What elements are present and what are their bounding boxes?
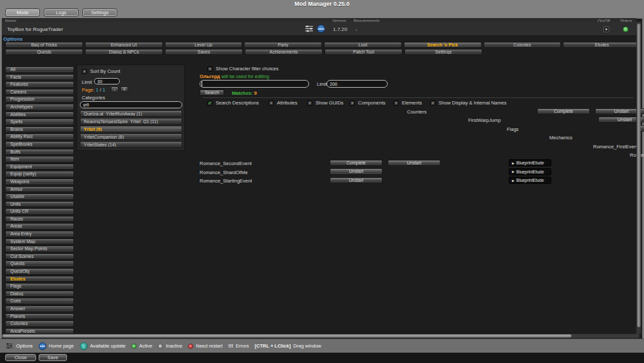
etude-row: FirstWarpJump Unstart ▶ BlueprintEtude <box>468 115 644 124</box>
category-item[interactable]: Quetza-al_YrlietRunAway (1) <box>80 110 182 117</box>
options-tab[interactable]: Party <box>244 42 322 48</box>
sidebar-item[interactable]: Planets <box>5 313 74 320</box>
etude-action-button[interactable]: Unstart <box>388 160 440 166</box>
options-tab[interactable]: Enhanced UI <box>85 42 163 48</box>
sidebar-item[interactable]: Buffs <box>5 149 74 155</box>
mod-version: 1.7.20 <box>333 26 347 32</box>
sidebar-item[interactable]: Progression <box>5 96 74 103</box>
sidebar-item[interactable]: Units CR <box>5 208 74 215</box>
sidebar-item[interactable]: Weapons <box>5 179 74 185</box>
horizontal-scrollbar-thumb[interactable] <box>2 334 572 338</box>
sidebar-item[interactable]: Answer <box>5 306 74 312</box>
horizontal-scrollbar[interactable] <box>2 334 639 338</box>
sidebar-item[interactable]: Colonies <box>5 320 74 327</box>
editing-character-note: Ольгерд will be used for editing <box>200 74 269 79</box>
sort-by-count-toggle[interactable]: Sort By Count <box>82 68 120 74</box>
sidebar-item[interactable]: Areas <box>5 223 74 230</box>
search-limit-input[interactable] <box>327 80 388 88</box>
toggle-label: Search Descriptions <box>216 100 259 106</box>
options-tab[interactable]: Loot <box>324 42 402 48</box>
options-tab[interactable]: Quests <box>5 49 83 55</box>
mod-onoff-checkbox[interactable] <box>603 26 609 32</box>
settings-sliders-icon[interactable] <box>305 25 314 33</box>
save-button[interactable]: Save <box>39 354 67 361</box>
vertical-scrollbar[interactable] <box>636 22 641 334</box>
sidebar-item[interactable]: Item <box>5 156 74 162</box>
search-button[interactable]: Search <box>200 90 224 95</box>
category-item[interactable]: YrlietStates (14) <box>80 141 182 148</box>
sidebar-item[interactable]: Ability Rsrc <box>5 133 74 140</box>
sidebar-item[interactable]: Races <box>5 216 74 222</box>
blueprint-etude-link[interactable]: ▶ BlueprintEtude <box>509 177 551 184</box>
expand-arrow-icon: ▶ <box>512 170 515 173</box>
search-option-toggle[interactable]: Attributes <box>269 100 298 106</box>
options-tab[interactable]: Settings <box>404 49 482 55</box>
etude-results-list: Counters Complete Unstart ▶ BlueprintEtu… <box>200 107 560 185</box>
homepage-globe-icon[interactable]: www <box>317 25 325 33</box>
sidebar-item[interactable]: Spells <box>5 119 74 125</box>
top-tab[interactable]: Mods <box>5 8 40 17</box>
page-indicator: Page: 1 / 1 <box>82 87 105 93</box>
etude-action-button[interactable]: Complete <box>537 108 590 115</box>
sidebar-item[interactable]: Armor <box>5 186 74 193</box>
blueprint-etude-link[interactable]: ▶ BlueprintEtude <box>509 159 551 166</box>
sidebar-item[interactable]: Units <box>5 201 74 208</box>
options-tab[interactable]: Saves <box>165 49 243 55</box>
page-next-button[interactable]: + <box>120 86 128 92</box>
options-tab[interactable]: Colonies <box>484 42 562 48</box>
sidebar-item[interactable]: System Map <box>5 239 74 245</box>
etude-action-button[interactable]: Unstart <box>330 177 383 184</box>
sidebar-item[interactable]: Equip (rarity) <box>5 171 74 177</box>
etude-action-button[interactable]: Complete <box>330 160 383 166</box>
sidebar-item[interactable]: Facts <box>5 74 74 81</box>
close-button[interactable]: Close <box>5 354 36 361</box>
page-prev-button[interactable]: - <box>111 86 118 92</box>
sidebar-item[interactable]: Brains <box>5 126 74 133</box>
sidebar-item[interactable]: Cues <box>5 298 74 304</box>
vertical-scrollbar-thumb[interactable] <box>637 23 641 328</box>
search-option-toggle[interactable]: Show GUIDs <box>307 100 343 106</box>
checkbox-icon <box>207 66 213 72</box>
etude-action-button[interactable]: Unstart <box>330 168 383 175</box>
sidebar-item[interactable]: Etudes <box>5 276 74 282</box>
search-option-toggle[interactable]: Show Display & Internal Names <box>430 100 506 106</box>
sidebar-item[interactable]: Dialog <box>5 291 74 297</box>
sidebar-item[interactable]: Equipment <box>5 164 74 170</box>
options-tab[interactable]: Dialog & NPCs <box>85 49 163 55</box>
options-tab[interactable]: Patch Tool <box>325 49 402 55</box>
sidebar-item[interactable]: Area Entry <box>5 231 74 237</box>
sidebar-item[interactable]: Cut Scenes <box>5 253 74 260</box>
sidebar-item[interactable]: Usable <box>5 193 74 200</box>
options-tab[interactable]: Level Up <box>165 42 243 48</box>
legend-errors: !!! Errors <box>229 343 249 349</box>
search-option-toggle[interactable]: Search Descriptions <box>207 100 259 106</box>
category-item[interactable]: YrlietCompanion (8) <box>80 133 182 140</box>
sidebar-item[interactable]: Archetypes <box>5 104 74 110</box>
sidebar-item[interactable]: Spellbooks <box>5 141 74 148</box>
options-tab[interactable]: Bag of Tricks <box>5 42 83 48</box>
sidebar-item[interactable]: Sector Map Points <box>5 246 74 252</box>
sidebar-item[interactable]: Careers <box>5 89 74 95</box>
sidebar-item[interactable]: All <box>5 66 74 73</box>
top-tab[interactable]: Settings <box>82 8 117 17</box>
top-tab[interactable]: Logs <box>44 8 79 17</box>
category-limit-input[interactable] <box>94 78 120 84</box>
sidebar-item[interactable]: AreaPresets <box>5 328 74 335</box>
options-tab[interactable]: Search 'n Pick <box>404 42 482 48</box>
category-item[interactable]: ReavingTempestSpire_Yrliet_Q1 (11) <box>80 118 182 124</box>
search-option-toggle[interactable]: Elements <box>393 100 422 106</box>
sidebar-item[interactable]: Quests <box>5 260 74 267</box>
sidebar-item[interactable]: QuestObj <box>5 268 74 275</box>
show-character-filter-toggle[interactable]: Show Character filter choices <box>207 66 279 72</box>
options-tab[interactable]: Achievements <box>245 49 323 55</box>
legend-options-label: Options <box>16 343 33 349</box>
blueprint-etude-link[interactable]: ▶ BlueprintEtude <box>509 168 551 175</box>
sidebar-item[interactable]: Abilities <box>5 112 74 118</box>
sidebar-item[interactable]: Features <box>5 81 74 88</box>
category-search-input[interactable] <box>80 101 182 108</box>
sidebar-item[interactable]: Flags <box>5 283 74 289</box>
options-tab[interactable]: Etudes <box>563 42 641 48</box>
etude-search-input[interactable] <box>200 80 309 88</box>
category-item[interactable]: Yrliet (9) <box>80 126 182 132</box>
search-option-toggle[interactable]: Components <box>350 100 386 106</box>
